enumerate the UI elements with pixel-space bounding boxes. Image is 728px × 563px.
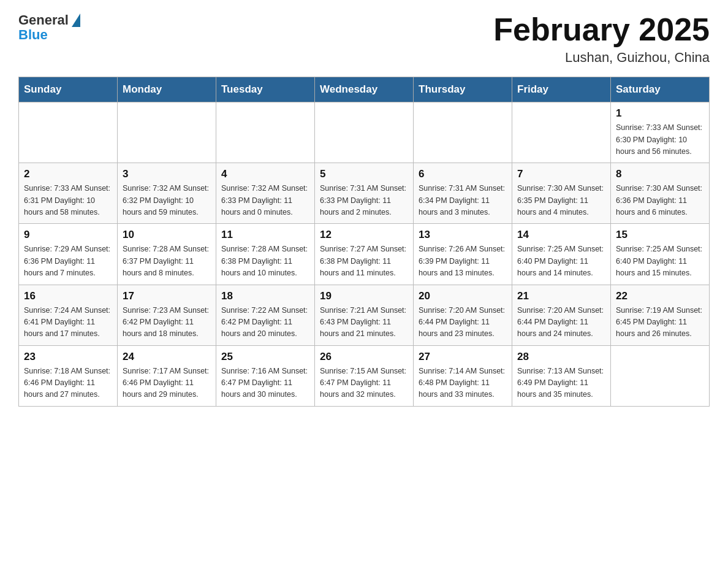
- day-info: Sunrise: 7:14 AM Sunset: 6:48 PM Dayligh…: [419, 366, 507, 401]
- day-info: Sunrise: 7:20 AM Sunset: 6:44 PM Dayligh…: [517, 305, 605, 340]
- calendar-week-row: 1Sunrise: 7:33 AM Sunset: 6:30 PM Daylig…: [19, 102, 710, 163]
- day-info: Sunrise: 7:30 AM Sunset: 6:35 PM Dayligh…: [517, 183, 605, 218]
- title-block: February 2025 Lushan, Guizhou, China: [493, 12, 710, 66]
- calendar-cell: 3Sunrise: 7:32 AM Sunset: 6:32 PM Daylig…: [118, 163, 216, 224]
- calendar-cell: 25Sunrise: 7:16 AM Sunset: 6:47 PM Dayli…: [216, 345, 315, 406]
- calendar-cell: 19Sunrise: 7:21 AM Sunset: 6:43 PM Dayli…: [315, 285, 414, 345]
- calendar-cell: [315, 102, 414, 163]
- day-info: Sunrise: 7:24 AM Sunset: 6:41 PM Dayligh…: [24, 305, 112, 340]
- day-info: Sunrise: 7:16 AM Sunset: 6:47 PM Dayligh…: [221, 366, 309, 401]
- day-number: 12: [320, 229, 408, 241]
- calendar-title: February 2025: [493, 12, 710, 47]
- day-info: Sunrise: 7:28 AM Sunset: 6:37 PM Dayligh…: [123, 243, 211, 279]
- day-info: Sunrise: 7:32 AM Sunset: 6:33 PM Dayligh…: [221, 183, 309, 218]
- calendar-week-row: 23Sunrise: 7:18 AM Sunset: 6:46 PM Dayli…: [19, 345, 710, 406]
- day-number: 23: [24, 351, 112, 363]
- calendar-cell: 15Sunrise: 7:25 AM Sunset: 6:40 PM Dayli…: [611, 224, 710, 285]
- calendar-day-header: Monday: [118, 77, 216, 102]
- calendar-cell: 4Sunrise: 7:32 AM Sunset: 6:33 PM Daylig…: [216, 163, 315, 224]
- day-number: 27: [419, 351, 507, 363]
- calendar-cell: 13Sunrise: 7:26 AM Sunset: 6:39 PM Dayli…: [414, 224, 512, 285]
- day-number: 18: [221, 290, 309, 302]
- day-info: Sunrise: 7:33 AM Sunset: 6:31 PM Dayligh…: [24, 183, 112, 218]
- day-number: 14: [517, 229, 605, 241]
- day-info: Sunrise: 7:28 AM Sunset: 6:38 PM Dayligh…: [221, 243, 309, 279]
- calendar-table: SundayMondayTuesdayWednesdayThursdayFrid…: [18, 77, 710, 407]
- day-info: Sunrise: 7:25 AM Sunset: 6:40 PM Dayligh…: [517, 243, 605, 279]
- calendar-cell: 5Sunrise: 7:31 AM Sunset: 6:33 PM Daylig…: [315, 163, 414, 224]
- day-info: Sunrise: 7:20 AM Sunset: 6:44 PM Dayligh…: [419, 305, 507, 340]
- day-info: Sunrise: 7:15 AM Sunset: 6:47 PM Dayligh…: [320, 366, 408, 401]
- day-info: Sunrise: 7:25 AM Sunset: 6:40 PM Dayligh…: [616, 243, 704, 279]
- day-info: Sunrise: 7:26 AM Sunset: 6:39 PM Dayligh…: [419, 243, 507, 279]
- day-number: 10: [123, 229, 211, 241]
- day-info: Sunrise: 7:13 AM Sunset: 6:49 PM Dayligh…: [517, 366, 605, 401]
- calendar-cell: 27Sunrise: 7:14 AM Sunset: 6:48 PM Dayli…: [414, 345, 512, 406]
- day-number: 26: [320, 351, 408, 363]
- calendar-cell: 7Sunrise: 7:30 AM Sunset: 6:35 PM Daylig…: [512, 163, 611, 224]
- day-number: 13: [419, 229, 507, 241]
- calendar-week-row: 9Sunrise: 7:29 AM Sunset: 6:36 PM Daylig…: [19, 224, 710, 285]
- calendar-cell: [118, 102, 216, 163]
- calendar-cell: [611, 345, 710, 406]
- day-number: 9: [24, 229, 112, 241]
- calendar-cell: 28Sunrise: 7:13 AM Sunset: 6:49 PM Dayli…: [512, 345, 611, 406]
- day-number: 24: [123, 351, 211, 363]
- day-info: Sunrise: 7:19 AM Sunset: 6:45 PM Dayligh…: [616, 305, 704, 340]
- calendar-day-header: Friday: [512, 77, 611, 102]
- day-number: 28: [517, 351, 605, 363]
- calendar-day-header: Sunday: [19, 77, 118, 102]
- calendar-cell: 16Sunrise: 7:24 AM Sunset: 6:41 PM Dayli…: [19, 285, 118, 345]
- day-number: 22: [616, 290, 704, 302]
- day-number: 2: [24, 168, 112, 180]
- calendar-day-header: Saturday: [611, 77, 710, 102]
- day-number: 6: [419, 168, 507, 180]
- calendar-cell: 11Sunrise: 7:28 AM Sunset: 6:38 PM Dayli…: [216, 224, 315, 285]
- day-number: 5: [320, 168, 408, 180]
- day-info: Sunrise: 7:17 AM Sunset: 6:46 PM Dayligh…: [123, 366, 211, 401]
- calendar-cell: 20Sunrise: 7:20 AM Sunset: 6:44 PM Dayli…: [414, 285, 512, 345]
- day-number: 20: [419, 290, 507, 302]
- day-number: 15: [616, 229, 704, 241]
- calendar-day-header: Wednesday: [315, 77, 414, 102]
- day-info: Sunrise: 7:31 AM Sunset: 6:33 PM Dayligh…: [320, 183, 408, 218]
- calendar-day-header: Tuesday: [216, 77, 315, 102]
- calendar-cell: 6Sunrise: 7:31 AM Sunset: 6:34 PM Daylig…: [414, 163, 512, 224]
- day-number: 11: [221, 229, 309, 241]
- calendar-cell: 18Sunrise: 7:22 AM Sunset: 6:42 PM Dayli…: [216, 285, 315, 345]
- calendar-cell: [414, 102, 512, 163]
- day-number: 17: [123, 290, 211, 302]
- calendar-week-row: 16Sunrise: 7:24 AM Sunset: 6:41 PM Dayli…: [19, 285, 710, 345]
- calendar-cell: [216, 102, 315, 163]
- calendar-cell: 24Sunrise: 7:17 AM Sunset: 6:46 PM Dayli…: [118, 345, 216, 406]
- logo: General Blue: [18, 12, 80, 43]
- calendar-cell: [19, 102, 118, 163]
- day-info: Sunrise: 7:29 AM Sunset: 6:36 PM Dayligh…: [24, 243, 112, 279]
- calendar-header-row: SundayMondayTuesdayWednesdayThursdayFrid…: [19, 77, 710, 102]
- day-info: Sunrise: 7:32 AM Sunset: 6:32 PM Dayligh…: [123, 183, 211, 218]
- calendar-cell: 10Sunrise: 7:28 AM Sunset: 6:37 PM Dayli…: [118, 224, 216, 285]
- calendar-cell: 14Sunrise: 7:25 AM Sunset: 6:40 PM Dayli…: [512, 224, 611, 285]
- logo-triangle-icon: [72, 13, 80, 27]
- calendar-cell: 22Sunrise: 7:19 AM Sunset: 6:45 PM Dayli…: [611, 285, 710, 345]
- day-number: 4: [221, 168, 309, 180]
- day-number: 7: [517, 168, 605, 180]
- logo-blue-text: Blue: [18, 27, 48, 43]
- calendar-cell: 1Sunrise: 7:33 AM Sunset: 6:30 PM Daylig…: [611, 102, 710, 163]
- calendar-week-row: 2Sunrise: 7:33 AM Sunset: 6:31 PM Daylig…: [19, 163, 710, 224]
- calendar-cell: 17Sunrise: 7:23 AM Sunset: 6:42 PM Dayli…: [118, 285, 216, 345]
- day-info: Sunrise: 7:27 AM Sunset: 6:38 PM Dayligh…: [320, 243, 408, 279]
- day-number: 16: [24, 290, 112, 302]
- day-number: 3: [123, 168, 211, 180]
- day-info: Sunrise: 7:18 AM Sunset: 6:46 PM Dayligh…: [24, 366, 112, 401]
- day-info: Sunrise: 7:22 AM Sunset: 6:42 PM Dayligh…: [221, 305, 309, 340]
- calendar-cell: 12Sunrise: 7:27 AM Sunset: 6:38 PM Dayli…: [315, 224, 414, 285]
- logo-general-text: General: [18, 12, 69, 28]
- calendar-subtitle: Lushan, Guizhou, China: [493, 50, 710, 66]
- day-info: Sunrise: 7:21 AM Sunset: 6:43 PM Dayligh…: [320, 305, 408, 340]
- calendar-cell: 9Sunrise: 7:29 AM Sunset: 6:36 PM Daylig…: [19, 224, 118, 285]
- calendar-cell: [512, 102, 611, 163]
- calendar-cell: 21Sunrise: 7:20 AM Sunset: 6:44 PM Dayli…: [512, 285, 611, 345]
- day-info: Sunrise: 7:31 AM Sunset: 6:34 PM Dayligh…: [419, 183, 507, 218]
- day-info: Sunrise: 7:23 AM Sunset: 6:42 PM Dayligh…: [123, 305, 211, 340]
